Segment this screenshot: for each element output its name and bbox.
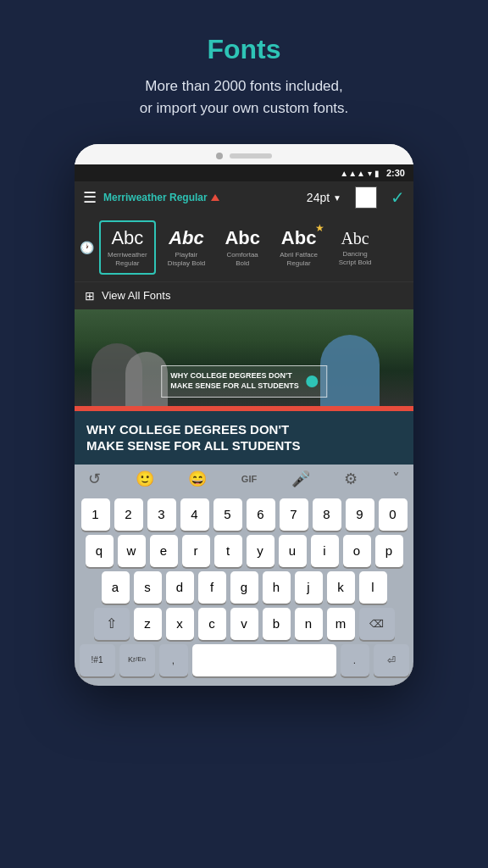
font-item-comfortaa[interactable]: Abc ComfortaaBold bbox=[217, 222, 268, 273]
enter-key[interactable]: ⏎ bbox=[374, 644, 409, 676]
key-f[interactable]: f bbox=[198, 571, 226, 604]
gif-icon[interactable]: GIF bbox=[241, 474, 257, 484]
key-x[interactable]: x bbox=[166, 608, 194, 640]
font-name-label: Merriweather Regular bbox=[103, 192, 208, 203]
key-b[interactable]: b bbox=[263, 608, 291, 640]
font-item-dancing[interactable]: Abc DancingScript Bold bbox=[330, 223, 380, 271]
key-k[interactable]: k bbox=[327, 571, 355, 604]
shift-arrow-icon: ⇧ bbox=[106, 615, 117, 632]
view-all-label: View All Fonts bbox=[102, 289, 170, 302]
settings-icon[interactable]: ⚙ bbox=[344, 470, 358, 488]
sticker-icon[interactable]: 😄 bbox=[188, 470, 207, 488]
font-preview-abril: Abc bbox=[281, 227, 317, 249]
green-circle-indicator bbox=[306, 376, 318, 387]
lang-key[interactable]: Kr/En bbox=[119, 644, 155, 676]
keyboard: 1 2 3 4 5 6 7 8 9 0 q w e r t y u i bbox=[75, 493, 413, 686]
grid-icon: ⊞ bbox=[85, 289, 95, 303]
emoji-icon[interactable]: 🙂 bbox=[136, 470, 154, 488]
key-y[interactable]: y bbox=[247, 535, 274, 567]
sort-icon bbox=[211, 194, 219, 201]
main-content-text: WHY COLLEGE DEGREES DON'TMAKE SENSE FOR … bbox=[86, 421, 301, 454]
backspace-key[interactable]: ⌫ bbox=[359, 608, 395, 640]
key-q[interactable]: q bbox=[86, 535, 114, 567]
font-label-comfortaa: ComfortaaBold bbox=[226, 251, 258, 267]
key-v[interactable]: v bbox=[230, 608, 258, 640]
text-overlay-box: WHY COLLEGE DEGREES DON'TMAKE SENSE FOR … bbox=[161, 365, 327, 397]
undo-icon[interactable]: ↺ bbox=[88, 470, 101, 488]
asdf-row: a s d f g h j k l bbox=[78, 571, 410, 604]
dropdown-arrow-icon: ▼ bbox=[333, 193, 341, 203]
numbers-key[interactable]: !#1 bbox=[80, 644, 115, 676]
font-item-playfair[interactable]: Abc PlayfairDisplay Bold bbox=[161, 222, 212, 273]
page-title: Fonts bbox=[140, 34, 349, 65]
font-preview-playfair: Abc bbox=[169, 227, 204, 249]
key-t[interactable]: t bbox=[214, 535, 242, 567]
comma-key[interactable]: , bbox=[159, 644, 188, 676]
red-bar bbox=[75, 406, 413, 411]
key-e[interactable]: e bbox=[150, 535, 178, 567]
font-item-abril[interactable]: ★ Abc Abril FatfaceRegular bbox=[273, 222, 324, 273]
app-screen: ▲▲▲ ▾ ▮ 2:30 ☰ Merriweather Regular 24pt… bbox=[75, 164, 413, 686]
overlay-text: WHY COLLEGE DEGREES DON'TMAKE SENSE FOR … bbox=[170, 371, 299, 391]
keyboard-toolbar: ↺ 🙂 😄 GIF 🎤 ⚙ ˅ bbox=[75, 465, 413, 493]
period-key[interactable]: . bbox=[341, 644, 369, 676]
app-toolbar: ☰ Merriweather Regular 24pt ▼ ✓ bbox=[75, 181, 413, 214]
key-o[interactable]: o bbox=[343, 535, 371, 567]
key-p[interactable]: p bbox=[375, 535, 403, 567]
star-icon: ★ bbox=[315, 222, 324, 234]
key-8[interactable]: 8 bbox=[313, 498, 341, 531]
number-row: 1 2 3 4 5 6 7 8 9 0 bbox=[78, 498, 410, 531]
key-n[interactable]: n bbox=[295, 608, 323, 640]
key-w[interactable]: w bbox=[118, 535, 146, 567]
font-preview-comfortaa: Abc bbox=[225, 227, 260, 249]
history-icon: 🕐 bbox=[80, 241, 94, 254]
key-4[interactable]: 4 bbox=[180, 498, 209, 531]
font-label-merriweather: MerriweatherRegular bbox=[108, 251, 147, 267]
font-label-dancing: DancingScript Bold bbox=[339, 250, 372, 266]
key-3[interactable]: 3 bbox=[147, 498, 176, 531]
key-5[interactable]: 5 bbox=[214, 498, 242, 531]
signal-icon: ▲▲▲ bbox=[340, 169, 365, 178]
hamburger-icon[interactable]: ☰ bbox=[83, 188, 97, 207]
view-all-fonts-button[interactable]: ⊞ View All Fonts bbox=[75, 282, 413, 309]
content-area: WHY COLLEGE DEGREES DON'TMAKE SENSE FOR … bbox=[75, 309, 413, 411]
zxcv-row: ⇧ z x c v b n m ⌫ bbox=[78, 608, 410, 640]
key-i[interactable]: i bbox=[311, 535, 339, 567]
key-l[interactable]: l bbox=[359, 571, 387, 604]
bottom-content-area: WHY COLLEGE DEGREES DON'TMAKE SENSE FOR … bbox=[75, 411, 413, 465]
font-name-button[interactable]: Merriweather Regular bbox=[103, 192, 219, 203]
phone-top-bar bbox=[75, 144, 413, 164]
key-m[interactable]: m bbox=[327, 608, 355, 640]
header-section: Fonts More than 2000 fonts included,or i… bbox=[114, 0, 374, 136]
key-d[interactable]: d bbox=[166, 571, 194, 604]
confirm-button[interactable]: ✓ bbox=[391, 187, 405, 208]
space-key[interactable] bbox=[192, 644, 336, 676]
key-r[interactable]: r bbox=[182, 535, 210, 567]
key-1[interactable]: 1 bbox=[81, 498, 110, 531]
shift-key[interactable]: ⇧ bbox=[94, 608, 130, 640]
qwerty-row: q w e r t y u i o p bbox=[78, 535, 410, 567]
font-label-abril: Abril FatfaceRegular bbox=[280, 251, 318, 267]
phone-camera bbox=[216, 153, 223, 159]
chevron-down-icon[interactable]: ˅ bbox=[392, 470, 400, 488]
wifi-icon: ▾ bbox=[368, 169, 372, 178]
key-j[interactable]: j bbox=[295, 571, 323, 604]
key-u[interactable]: u bbox=[279, 535, 307, 567]
key-2[interactable]: 2 bbox=[114, 498, 143, 531]
key-6[interactable]: 6 bbox=[247, 498, 275, 531]
key-0[interactable]: 0 bbox=[379, 498, 408, 531]
key-9[interactable]: 9 bbox=[346, 498, 374, 531]
mic-icon[interactable]: 🎤 bbox=[291, 470, 310, 488]
font-size-button[interactable]: 24pt ▼ bbox=[307, 191, 341, 204]
color-picker-box[interactable] bbox=[355, 186, 377, 209]
font-item-merriweather[interactable]: Abc MerriweatherRegular bbox=[99, 220, 156, 275]
key-s[interactable]: s bbox=[134, 571, 162, 604]
key-z[interactable]: z bbox=[134, 608, 162, 640]
key-a[interactable]: a bbox=[102, 571, 130, 604]
bottom-row: !#1 Kr/En , . ⏎ bbox=[78, 644, 410, 676]
key-h[interactable]: h bbox=[263, 571, 291, 604]
key-7[interactable]: 7 bbox=[280, 498, 308, 531]
font-preview-merriweather: Abc bbox=[111, 227, 143, 249]
key-c[interactable]: c bbox=[198, 608, 226, 640]
key-g[interactable]: g bbox=[230, 571, 258, 604]
